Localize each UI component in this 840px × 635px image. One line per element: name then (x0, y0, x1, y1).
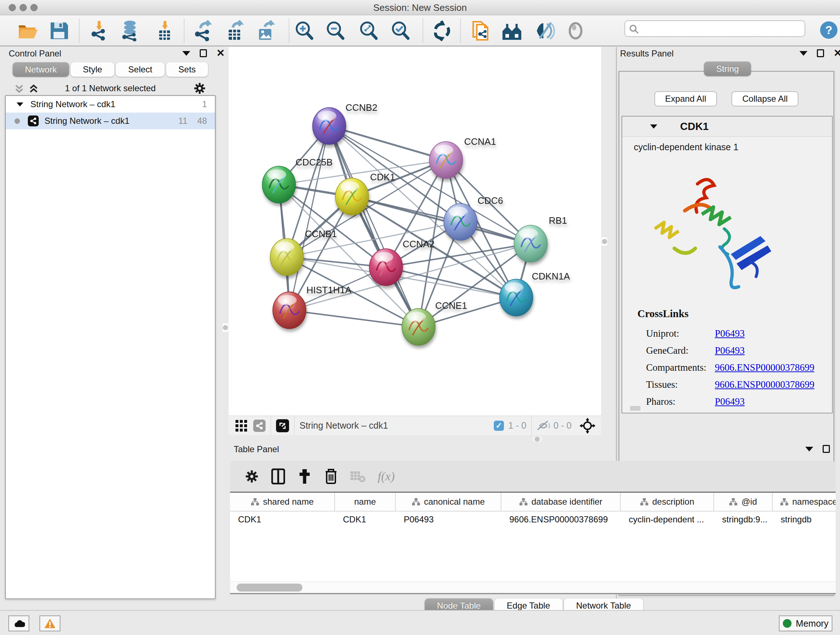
node-HIST1H1A[interactable]: HIST1H1A (273, 285, 352, 329)
gene-header-row[interactable]: CDK1 (622, 117, 832, 137)
card-scrollbar[interactable] (630, 406, 640, 410)
node-CDC25B[interactable]: CDC25B (262, 157, 333, 203)
float-panel-icon[interactable] (823, 445, 830, 453)
float-panel-icon[interactable] (200, 49, 207, 57)
node-CDK1[interactable]: CDK1 (335, 172, 395, 215)
open-session-icon[interactable] (17, 20, 38, 41)
search-icon (629, 24, 639, 35)
open-in-window-icon[interactable] (276, 419, 289, 432)
table-row[interactable]: CDK1CDK1P064939606.ENSP00000378699cyclin… (230, 511, 836, 528)
column-header--id[interactable]: @id (714, 493, 773, 511)
column-header-canonical-name[interactable]: canonical name (396, 493, 501, 511)
crosslink-link[interactable]: P06493 (715, 328, 745, 339)
search-input[interactable] (624, 20, 805, 37)
show-glass-pane-icon[interactable] (565, 20, 586, 41)
table-header-row: shared namenamecanonical namedatabase id… (230, 493, 836, 511)
panel-menu-icon[interactable] (799, 51, 807, 56)
right-splitter-handle[interactable] (601, 237, 608, 246)
edge-CCNB2-CCNE1[interactable] (329, 126, 418, 327)
table-splitter-handle[interactable] (532, 436, 542, 442)
cell-canonical-name[interactable]: P06493 (396, 511, 501, 528)
cell-description[interactable]: cyclin-dependent ... (621, 511, 714, 528)
shared-column-icon (729, 498, 737, 506)
crosslink-link[interactable]: P06493 (715, 345, 745, 356)
delete-table-icon[interactable] (350, 470, 365, 483)
help-icon[interactable]: ? (820, 21, 838, 39)
float-panel-icon[interactable] (817, 49, 824, 57)
zoom-out-icon[interactable] (325, 20, 346, 41)
gene-expander-icon[interactable] (650, 125, 657, 129)
string-panel-icon[interactable] (253, 420, 265, 432)
crosslink-link[interactable]: 9606.ENSP00000378699 (715, 379, 814, 390)
node-CDKN1A[interactable]: CDKN1A (500, 271, 570, 316)
tab-string-results[interactable]: String (704, 62, 752, 76)
panel-menu-icon[interactable] (182, 51, 190, 56)
zoom-in-icon[interactable] (294, 20, 315, 41)
expand-all-button[interactable]: Expand All (654, 91, 717, 106)
cell-shared-name[interactable]: CDK1 (230, 511, 335, 528)
column-header-namespace[interactable]: namespace (773, 493, 836, 511)
export-table-icon[interactable] (224, 20, 245, 41)
left-splitter-handle[interactable] (222, 323, 229, 333)
pan-crosshair-icon[interactable] (579, 418, 595, 434)
tab-network[interactable]: Network (13, 62, 69, 77)
selected-checkbox-icon[interactable]: ✓ (494, 421, 504, 431)
node-RB1[interactable]: RB1 (514, 215, 567, 262)
cell--id[interactable]: stringdb:9... (714, 511, 773, 528)
create-column-icon[interactable] (297, 469, 312, 485)
collapse-all-button[interactable]: Collapse All (731, 91, 798, 106)
refresh-icon[interactable] (431, 20, 452, 41)
delete-column-icon[interactable] (324, 468, 338, 485)
cloud-status-button[interactable] (8, 616, 29, 631)
crosslink-link[interactable]: P06493 (715, 396, 745, 407)
table-hscrollbar[interactable] (230, 581, 836, 593)
column-header-shared-name[interactable]: shared name (230, 493, 335, 511)
show-columns-icon[interactable] (271, 469, 285, 485)
cell-database-identifier[interactable]: 9606.ENSP00000378699 (501, 511, 621, 528)
node-CCNB1[interactable]: CCNB1 (270, 228, 337, 276)
network-row-selected[interactable]: String Network – cdk1 11 48 (6, 112, 215, 129)
hide-glass-pane-icon[interactable] (535, 20, 556, 41)
node-CCNA2[interactable]: CCNA2 (369, 239, 434, 286)
zoom-selected-icon[interactable] (390, 20, 411, 41)
cell-name[interactable]: CDK1 (335, 511, 396, 528)
hscrollbar-thumb[interactable] (237, 584, 302, 592)
close-panel-icon[interactable]: ✕ (834, 49, 840, 57)
column-header-name[interactable]: name (335, 493, 396, 511)
string-import-icon[interactable] (470, 20, 491, 41)
function-builder-icon[interactable]: f(x) (378, 470, 395, 483)
import-table-file-icon[interactable] (154, 20, 175, 41)
edge-CCNB2-CCNA1[interactable] (329, 126, 446, 160)
close-panel-icon[interactable]: ✕ (216, 49, 225, 57)
main-toolbar: ? (0, 15, 840, 46)
tab-select[interactable]: Select (116, 62, 164, 77)
panel-menu-icon[interactable] (805, 447, 813, 451)
export-network-icon[interactable] (193, 20, 213, 41)
import-network-file-icon[interactable] (88, 20, 109, 41)
node-CCNA1[interactable]: CCNA1 (429, 136, 496, 179)
network-canvas[interactable]: CCNB2CCNA1CDC25BCDK1CDC6RB1CCNB1CCNA2CDK… (229, 47, 601, 416)
network-collection-row[interactable]: String Network – cdk1 1 (6, 96, 215, 112)
column-header-description[interactable]: description (621, 493, 714, 511)
options-gear-icon[interactable] (193, 82, 206, 95)
table-gear-icon[interactable] (245, 469, 259, 484)
birds-eye-view-icon[interactable] (235, 420, 248, 432)
zoom-fit-icon[interactable] (358, 20, 379, 41)
network-node-count: 11 (178, 116, 187, 126)
cell-namespace[interactable]: stringdb (773, 511, 836, 528)
tab-sets[interactable]: Sets (166, 62, 208, 77)
node-label-CDKN1A: CDKN1A (532, 271, 570, 282)
save-session-icon[interactable] (49, 20, 69, 41)
warnings-button[interactable] (39, 616, 60, 631)
crosslink-link[interactable]: 9606.ENSP00000378699 (715, 362, 814, 373)
import-network-database-icon[interactable] (119, 20, 141, 41)
memory-button[interactable]: Memory (779, 616, 832, 631)
home-species-icon[interactable] (501, 20, 523, 41)
node-CCNE1[interactable]: CCNE1 (402, 300, 467, 345)
export-image-icon[interactable] (256, 20, 276, 41)
collection-expander-icon[interactable] (17, 102, 24, 106)
crosslink-label: GeneCard: (646, 345, 715, 356)
column-header-database-identifier[interactable]: database identifier (501, 493, 621, 511)
tab-style[interactable]: Style (71, 62, 114, 77)
edge-HIST1H1A-CCNE1[interactable] (289, 310, 418, 327)
